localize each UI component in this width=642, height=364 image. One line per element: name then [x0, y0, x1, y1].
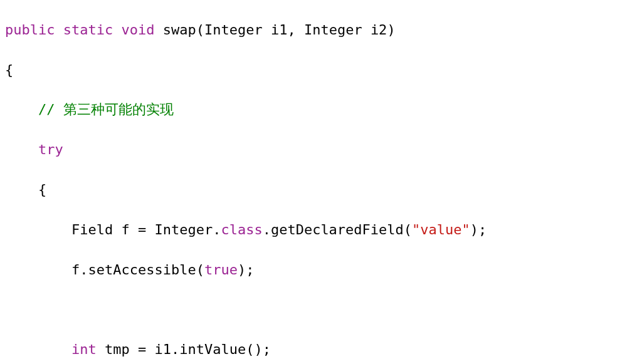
code-line: try	[5, 140, 637, 160]
keyword-try: try	[38, 142, 63, 157]
comment: // 第三种可能的实现	[38, 101, 174, 117]
brace: {	[5, 182, 46, 197]
variable: tmp	[105, 341, 130, 357]
variable: f	[121, 222, 129, 237]
string-literal: "value"	[412, 222, 470, 237]
paren: (	[196, 22, 204, 38]
code-line: {	[5, 180, 637, 200]
method-call: getDeclaredField	[271, 222, 404, 237]
code-line: {	[5, 60, 637, 80]
code-line: // 第三种可能的实现	[5, 100, 637, 120]
method-call: intValue	[179, 341, 246, 357]
type: Field	[71, 222, 113, 237]
code-line: Field f = Integer.class.getDeclaredField…	[5, 220, 637, 240]
literal-true: true	[204, 262, 238, 278]
code-line: int tmp = i1.intValue();	[5, 340, 637, 360]
function-name: swap	[163, 22, 196, 38]
keyword-class: class	[221, 222, 262, 237]
keyword-int: int	[71, 341, 97, 357]
code-line: ​	[5, 299, 637, 320]
comma: ,	[287, 22, 295, 38]
param-name: i2	[371, 22, 387, 38]
class-ref: Integer	[154, 222, 213, 237]
variable: f	[71, 262, 80, 278]
method-call: setAccessible	[88, 262, 196, 278]
brace: {	[5, 62, 13, 78]
code-line: public static void swap(Integer i1, Inte…	[5, 20, 637, 40]
variable: i1	[154, 341, 171, 357]
keyword-public: public	[5, 22, 55, 38]
param-name: i1	[271, 22, 288, 38]
code-line: f.setAccessible(true);	[5, 260, 637, 280]
paren: )	[387, 22, 395, 38]
keyword-static: static	[63, 22, 113, 38]
param-type: Integer	[304, 22, 362, 38]
keyword-void: void	[121, 22, 154, 38]
code-editor[interactable]: public static void swap(Integer i1, Inte…	[0, 0, 642, 364]
param-type: Integer	[204, 22, 263, 38]
